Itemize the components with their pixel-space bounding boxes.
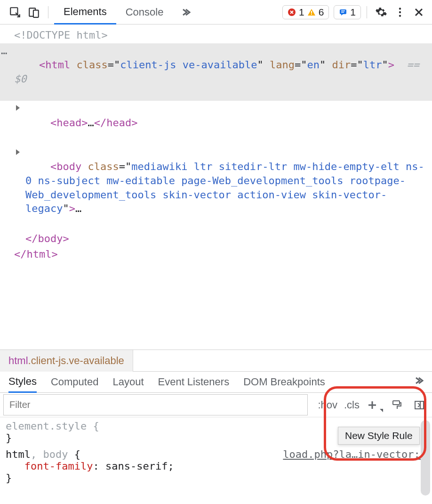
styles-toolbar: :hov .cls	[0, 393, 432, 417]
tab-console[interactable]: Console	[116, 0, 173, 24]
paint-icon[interactable]	[389, 397, 405, 413]
settings-gear-icon[interactable]	[373, 4, 390, 21]
toggle-classes-button[interactable]: .cls	[344, 399, 360, 411]
device-toggle-icon[interactable]	[25, 4, 42, 21]
elements-tree[interactable]: <!DOCTYPE html> ⋯<html class="client-js …	[0, 24, 432, 350]
svg-rect-11	[415, 401, 424, 409]
tab-styles[interactable]: Styles	[8, 372, 37, 393]
stylesheet-source-link[interactable]: load.php?la…in-vector:1	[283, 448, 426, 460]
dom-html-open[interactable]: ⋯<html class="client-js ve-available" la…	[0, 43, 432, 101]
issue-badges: 1 6 1	[282, 5, 361, 19]
dom-doctype[interactable]: <!DOCTYPE html>	[0, 27, 432, 43]
message-icon	[339, 8, 347, 16]
more-subtabs-icon[interactable]	[412, 375, 424, 389]
expand-arrow-icon[interactable]	[16, 149, 20, 155]
dom-body-open[interactable]: <body class="mediawiki ltr sitedir-ltr m…	[0, 145, 432, 231]
styles-pane: :hov .cls element.style { } load.php?la……	[0, 393, 432, 504]
dom-html-close[interactable]: </html>	[0, 246, 432, 262]
more-tabs-icon[interactable]	[173, 0, 197, 24]
tab-elements[interactable]: Elements	[54, 0, 116, 24]
svg-point-9	[399, 15, 401, 16]
computed-sidebar-icon[interactable]	[411, 397, 427, 413]
svg-rect-6	[340, 9, 346, 14]
inspect-element-icon[interactable]	[7, 4, 24, 21]
tab-computed[interactable]: Computed	[51, 372, 99, 392]
new-style-rule-button[interactable]	[366, 397, 382, 413]
warning-icon	[307, 8, 316, 16]
tab-layout[interactable]: Layout	[112, 372, 144, 392]
svg-rect-2	[33, 10, 39, 17]
error-count: 1	[299, 7, 304, 18]
console-status-badge[interactable]: 1 6	[282, 5, 329, 19]
issues-badge[interactable]: 1	[334, 5, 361, 19]
message-count: 1	[350, 7, 356, 18]
styles-subtabs: Styles Computed Layout Event Listeners D…	[0, 371, 432, 393]
main-tabs: Elements Console	[54, 0, 197, 24]
error-icon	[288, 8, 296, 16]
svg-point-8	[399, 11, 401, 13]
warning-count: 6	[319, 7, 324, 18]
expand-arrow-icon[interactable]	[16, 105, 20, 111]
tab-event-listeners[interactable]: Event Listeners	[158, 372, 230, 392]
dom-head-collapsed[interactable]: <head>…</head>	[0, 101, 432, 145]
scrollbar[interactable]	[421, 420, 430, 496]
breadcrumb[interactable]: html.client-js.ve-available	[0, 350, 432, 371]
dom-body-close[interactable]: </body>	[0, 231, 432, 247]
separator	[48, 6, 48, 18]
tooltip-new-style-rule: New Style Rule	[338, 427, 420, 445]
svg-point-7	[399, 8, 401, 9]
separator	[367, 6, 367, 18]
svg-rect-5	[311, 14, 312, 15]
styles-filter-input[interactable]	[4, 395, 307, 415]
svg-rect-4	[311, 11, 312, 13]
svg-rect-10	[393, 401, 400, 405]
rule-html-body[interactable]: load.php?la…in-vector:1 html, body { fon…	[6, 448, 426, 484]
devtools-toolbar: Elements Console 1 6 1	[0, 0, 432, 24]
ellipsis-icon: ⋯	[1, 46, 8, 60]
breadcrumb-item[interactable]: html.client-js.ve-available	[0, 350, 133, 372]
toggle-hover-button[interactable]: :hov	[318, 399, 337, 411]
close-icon[interactable]	[410, 4, 427, 21]
kebab-menu-icon[interactable]	[392, 4, 408, 21]
tab-dom-breakpoints[interactable]: DOM Breakpoints	[243, 372, 325, 392]
